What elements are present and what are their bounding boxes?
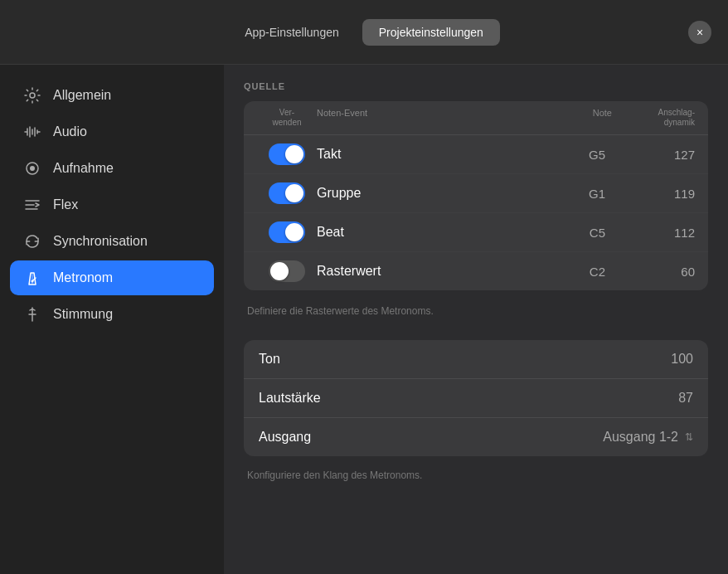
- velocity-takt[interactable]: 127: [612, 148, 695, 162]
- toggle-knob-rasterwert: [270, 262, 289, 280]
- label-takt: Takt: [317, 147, 546, 162]
- hint-table: Definiere die Rasterwerte des Metronoms.: [244, 297, 708, 330]
- tab-app-einstellungen[interactable]: App-Einstellungen: [228, 19, 356, 46]
- note-beat[interactable]: C5: [546, 226, 612, 240]
- content-area: QUELLE Ver-wenden Noten-Event Note Ansch…: [224, 65, 728, 574]
- metronom-icon: [23, 269, 41, 287]
- svg-point-0: [30, 93, 35, 98]
- label-lautstaerke: Lautstärke: [259, 391, 321, 406]
- header-verwenden: Ver-wenden: [257, 108, 317, 128]
- velocity-rasterwert[interactable]: 60: [612, 265, 695, 279]
- toggle-cell-rasterwert: [257, 260, 317, 282]
- label-rasterwert: Rasterwert: [317, 264, 546, 279]
- value-ton[interactable]: 100: [671, 352, 693, 367]
- sidebar-label-metronom: Metronom: [53, 270, 113, 285]
- table-row-gruppe: Gruppe G1 119: [244, 174, 708, 213]
- hint-bottom: Konfiguriere den Klang des Metronoms.: [244, 463, 708, 488]
- note-rasterwert[interactable]: C2: [546, 265, 612, 279]
- source-table: Ver-wenden Noten-Event Note Anschlag-dyn…: [244, 101, 708, 290]
- note-takt[interactable]: G5: [546, 148, 612, 162]
- note-gruppe[interactable]: G1: [546, 187, 612, 201]
- sidebar-item-audio[interactable]: Audio: [10, 114, 214, 149]
- sidebar-item-flex[interactable]: Flex: [10, 187, 214, 222]
- tab-projekteinstellungen[interactable]: Projekteinstellungen: [362, 19, 500, 46]
- close-button[interactable]: ×: [688, 21, 711, 44]
- chevron-updown-icon: ⇅: [685, 431, 693, 443]
- label-ton: Ton: [259, 352, 280, 367]
- value-lautstaerke[interactable]: 87: [678, 391, 693, 406]
- bottom-settings-section: Ton 100 Lautstärke 87 Ausgang Ausgang 1-…: [244, 340, 708, 456]
- toggle-knob-gruppe: [285, 184, 303, 202]
- sidebar-item-aufnahme[interactable]: Aufnahme: [10, 151, 214, 186]
- label-gruppe: Gruppe: [317, 186, 546, 201]
- settings-row-ton[interactable]: Ton 100: [244, 340, 708, 379]
- settings-row-lautstaerke[interactable]: Lautstärke 87: [244, 379, 708, 418]
- toggle-cell-gruppe: [257, 182, 317, 204]
- toggle-gruppe[interactable]: [269, 182, 305, 204]
- waveform-icon: [23, 123, 41, 141]
- sidebar: Allgemein Audio Aufnahme: [0, 65, 224, 574]
- table-row-beat: Beat C5 112: [244, 213, 708, 252]
- table-header: Ver-wenden Noten-Event Note Anschlag-dyn…: [244, 101, 708, 135]
- velocity-beat[interactable]: 112: [612, 226, 695, 240]
- section-label-quelle: QUELLE: [244, 81, 708, 91]
- sidebar-label-synchronisation: Synchronisation: [53, 234, 148, 249]
- sidebar-label-allgemein: Allgemein: [53, 88, 111, 103]
- sidebar-item-synchronisation[interactable]: Synchronisation: [10, 224, 214, 259]
- sidebar-item-stimmung[interactable]: Stimmung: [10, 297, 214, 332]
- gear-icon: [23, 86, 41, 105]
- header-noten-event: Noten-Event: [317, 108, 546, 128]
- tuning-icon: [23, 305, 41, 323]
- settings-row-ausgang[interactable]: Ausgang Ausgang 1-2 ⇅: [244, 418, 708, 456]
- record-icon: [23, 159, 41, 178]
- svg-point-2: [30, 166, 35, 171]
- sidebar-item-allgemein[interactable]: Allgemein: [10, 78, 214, 113]
- sidebar-label-flex: Flex: [53, 197, 78, 212]
- flex-icon: [23, 196, 41, 214]
- header-anschlagdynamik: Anschlag-dynamik: [612, 108, 695, 128]
- main-layout: Allgemein Audio Aufnahme: [0, 65, 728, 574]
- label-ausgang: Ausgang: [259, 430, 311, 445]
- toggle-cell-takt: [257, 144, 317, 165]
- svg-point-6: [32, 280, 34, 283]
- sidebar-label-stimmung: Stimmung: [53, 307, 113, 322]
- table-row-takt: Takt G5 127: [244, 135, 708, 174]
- top-bar: App-Einstellungen Projekteinstellungen ×: [0, 0, 728, 65]
- toggle-beat[interactable]: [269, 221, 305, 243]
- toggle-rasterwert[interactable]: [269, 260, 305, 282]
- velocity-gruppe[interactable]: 119: [612, 187, 695, 201]
- header-note: Note: [546, 108, 612, 128]
- label-beat: Beat: [317, 225, 546, 240]
- toggle-knob-beat: [285, 223, 303, 241]
- toggle-cell-beat: [257, 221, 317, 243]
- toggle-takt[interactable]: [269, 144, 305, 165]
- toggle-knob-takt: [285, 145, 303, 163]
- sidebar-label-aufnahme: Aufnahme: [53, 161, 114, 176]
- sidebar-item-metronom[interactable]: Metronom: [10, 260, 214, 295]
- sidebar-label-audio: Audio: [53, 124, 87, 139]
- table-row-rasterwert: Rasterwert C2 60: [244, 252, 708, 290]
- value-ausgang[interactable]: Ausgang 1-2 ⇅: [603, 430, 693, 445]
- sync-icon: [23, 232, 41, 251]
